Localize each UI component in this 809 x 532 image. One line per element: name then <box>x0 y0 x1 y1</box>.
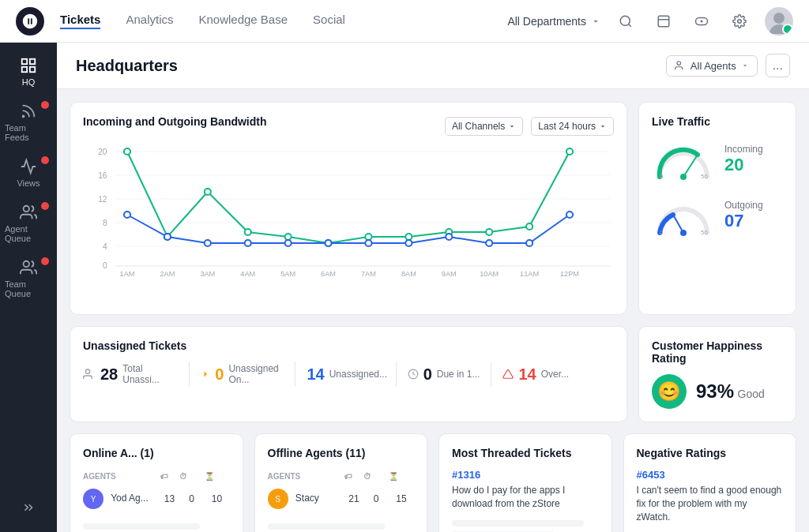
svg-point-59 <box>486 240 492 246</box>
skeleton-row-1 <box>83 514 230 532</box>
sidebar-item-agent-queue[interactable]: Agent Queue <box>0 196 57 251</box>
sidebar-label-views: Views <box>17 178 40 188</box>
svg-text:1AM: 1AM <box>120 270 135 278</box>
nav-tickets[interactable]: Tickets <box>60 13 100 29</box>
svg-rect-7 <box>30 59 35 64</box>
svg-line-1 <box>628 24 630 26</box>
online-agents-table: AGENTS 🏷 ⏱ ⏳ Y Yod Ag... <box>83 469 230 532</box>
stat-online: 0 Unassigned On... <box>190 363 295 385</box>
app-layout: HQ Team Feeds Views Agent Queue <box>0 43 809 532</box>
offline-agents-table: AGENTS 🏷 ⏱ ⏳ S Stacy <box>268 469 415 532</box>
nav-social[interactable]: Social <box>313 13 345 29</box>
user-avatar[interactable] <box>765 7 793 36</box>
svg-text:3AM: 3AM <box>200 270 215 278</box>
neg-ticket-desc: I can't seem to find a good enough fix f… <box>637 484 784 523</box>
agent-tag-count: 13 <box>160 484 179 514</box>
svg-point-45 <box>405 234 412 240</box>
total-unassigned-label: Total Unassi... <box>122 363 178 385</box>
col-flag: ⏳ <box>205 469 230 484</box>
live-traffic-title: Live Traffic <box>652 115 783 128</box>
negative-ratings-title: Negative Ratings <box>637 447 784 459</box>
app-logo[interactable] <box>16 7 44 36</box>
sidebar-item-team-feeds[interactable]: Team Feeds <box>0 95 57 150</box>
svg-text:20: 20 <box>98 148 107 156</box>
agent-name-cell: Y Yod Ag... <box>83 484 160 514</box>
happiness-card: Customer Happiness Rating 😊 93% Good <box>638 326 796 422</box>
neg-ticket-id[interactable]: #6453 <box>637 469 784 481</box>
sidebar-label-team-feeds: Team Feeds <box>5 123 52 142</box>
time-filter[interactable]: Last 24 hours <box>531 117 614 136</box>
chart-svg: 20 16 12 8 4 0 1AM 2AM 3AM 4AM 5AM <box>83 144 614 278</box>
more-options-button[interactable]: ... <box>766 54 790 77</box>
svg-text:10AM: 10AM <box>480 270 499 278</box>
inbox-icon[interactable] <box>651 9 676 34</box>
page-title: Headquarters <box>76 57 178 75</box>
svg-line-62 <box>683 155 698 177</box>
svg-text:0: 0 <box>660 173 664 180</box>
row-1: Incoming and Outgoing Bandwidth All Chan… <box>70 102 796 315</box>
col-flag-off: ⏳ <box>389 469 414 484</box>
svg-point-53 <box>245 240 251 246</box>
unassigned-stats: 28 Total Unassi... 0 Unassigned On... 14 <box>83 362 614 387</box>
sidebar-label-hq: HQ <box>22 77 36 87</box>
outgoing-info: Outgoing 07 <box>724 200 763 231</box>
agent-clock-count: 0 <box>179 484 205 514</box>
svg-text:12PM: 12PM <box>560 270 579 278</box>
agent-avatar: Y <box>83 489 103 509</box>
agent-queue-badge <box>41 202 49 210</box>
over-label: Over... <box>541 369 569 380</box>
outgoing-gauge-svg: 0 50 <box>652 193 715 237</box>
sidebar-item-views[interactable]: Views <box>0 150 57 196</box>
svg-text:4: 4 <box>103 242 107 251</box>
incoming-gauge-svg: 0 50 <box>652 137 715 181</box>
stat-over: 14 Over... <box>491 365 580 384</box>
svg-point-50 <box>124 212 130 218</box>
svg-text:16: 16 <box>98 171 107 180</box>
expand-sidebar-button[interactable] <box>0 489 57 526</box>
svg-point-12 <box>24 261 29 267</box>
happiness-label: Good <box>738 388 765 400</box>
svg-text:5AM: 5AM <box>280 270 295 278</box>
col-clock: ⏱ <box>179 469 205 484</box>
svg-text:8: 8 <box>103 219 107 227</box>
svg-rect-8 <box>22 67 27 72</box>
most-threaded-ticket-id[interactable]: #1316 <box>452 469 599 481</box>
sidebar-item-hq[interactable]: HQ <box>0 49 57 95</box>
col-agents: AGENTS <box>83 469 160 484</box>
main-content: Headquarters All Agents ... Incom <box>57 43 809 532</box>
online-agent-row: Y Yod Ag... 13 0 10 <box>83 484 230 514</box>
svg-point-57 <box>405 240 412 246</box>
most-threaded-title: Most Threaded Tickets <box>452 447 599 459</box>
svg-point-61 <box>566 212 573 218</box>
chart-title: Incoming and Outgoing Bandwidth <box>83 115 267 128</box>
offline-agent-name-cell: S Stacy <box>268 484 345 514</box>
offline-agent-tag: 21 <box>344 484 363 514</box>
channel-filter[interactable]: All Channels <box>445 117 523 136</box>
page-header: Headquarters All Agents ... <box>57 43 809 89</box>
over-num: 14 <box>518 365 536 384</box>
outgoing-value: 07 <box>724 211 763 231</box>
all-agents-button[interactable]: All Agents <box>666 55 758 77</box>
svg-point-49 <box>566 148 573 155</box>
nav-analytics[interactable]: Analytics <box>126 13 173 29</box>
unassigned-title: Unassigned Tickets <box>83 339 614 352</box>
search-icon[interactable] <box>613 9 638 34</box>
sidebar-label-team-queue: Team Queue <box>5 279 52 298</box>
live-traffic-card: Live Traffic 0 50 <box>638 102 796 315</box>
svg-point-56 <box>365 240 371 246</box>
gamepad-icon[interactable] <box>689 9 714 34</box>
department-selector[interactable]: All Departments <box>507 15 600 28</box>
col-clock-off: ⏱ <box>363 469 389 484</box>
sidebar-item-team-queue[interactable]: Team Queue <box>0 251 57 306</box>
svg-point-38 <box>124 148 130 155</box>
col-agents-off: AGENTS <box>268 469 345 484</box>
stat-due: 0 Due in 1... <box>397 365 491 384</box>
svg-point-67 <box>680 230 687 236</box>
svg-text:50: 50 <box>701 173 708 180</box>
settings-icon[interactable] <box>727 9 752 34</box>
svg-text:6AM: 6AM <box>321 270 336 278</box>
svg-point-70 <box>85 369 89 373</box>
nav-knowledge-base[interactable]: Knowledge Base <box>198 13 288 29</box>
stat-unassigned: 14 Unassigned... <box>295 365 395 384</box>
nav-right: All Departments <box>507 7 793 36</box>
